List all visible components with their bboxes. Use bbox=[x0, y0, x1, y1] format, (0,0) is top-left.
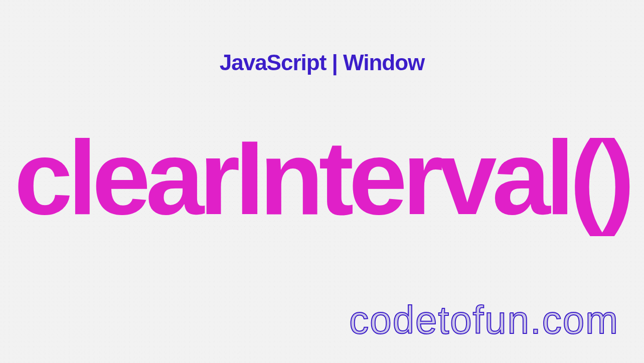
category-header: JavaScript | Window bbox=[0, 50, 644, 75]
website-footer: codetofun.com bbox=[349, 297, 619, 343]
main-title: clearInterval() bbox=[0, 125, 644, 231]
